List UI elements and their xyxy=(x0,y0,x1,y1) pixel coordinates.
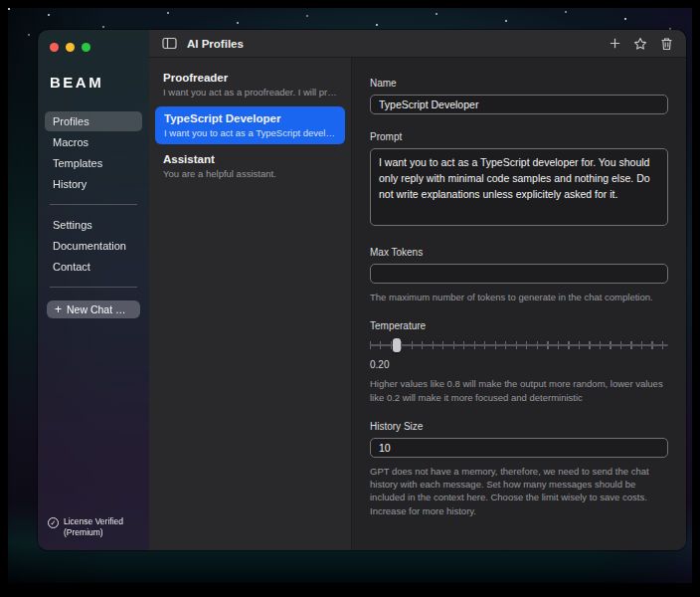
new-chat-window-label: New Chat Win... xyxy=(67,303,132,315)
history-size-help: GPT does not have a memory, therefore, w… xyxy=(370,465,668,517)
page-title: AI Profiles xyxy=(187,38,244,50)
plus-icon: + xyxy=(55,303,62,315)
temperature-slider[interactable] xyxy=(370,337,668,353)
traffic-lights xyxy=(38,30,149,52)
profile-preview: I want you act as a proofreader. I will … xyxy=(163,87,337,98)
sidebar-nav-primary: Profiles Macros Templates History xyxy=(38,110,149,195)
profile-name: Assistant xyxy=(163,153,337,165)
history-size-field[interactable] xyxy=(370,438,668,458)
profile-list: Proofreader I want you act as a proofrea… xyxy=(149,58,352,550)
temperature-help: Higher values like 0.8 will make the out… xyxy=(370,377,668,404)
main-area: AI Profiles xyxy=(149,30,686,550)
zoom-window-button[interactable] xyxy=(82,43,90,52)
titlebar: AI Profiles xyxy=(149,30,686,58)
slider-thumb[interactable] xyxy=(393,338,401,352)
trash-icon[interactable] xyxy=(658,36,674,52)
add-profile-button[interactable] xyxy=(607,36,622,52)
name-field[interactable] xyxy=(370,95,668,114)
max-tokens-label: Max Tokens xyxy=(370,247,668,258)
minimize-window-button[interactable] xyxy=(66,43,75,52)
name-label: Name xyxy=(370,78,668,89)
profile-name: TypeScript Developer xyxy=(164,112,336,124)
history-size-label: History Size xyxy=(370,421,668,432)
star-icon[interactable] xyxy=(632,36,648,52)
wallpaper-stars xyxy=(8,8,10,10)
sidebar-item-contact[interactable]: Contact xyxy=(45,257,142,277)
profile-name: Proofreader xyxy=(163,72,337,84)
content-area: Proofreader I want you act as a proofrea… xyxy=(149,58,686,550)
app-window: BEAM Profiles Macros Templates History S… xyxy=(38,30,686,550)
temperature-label: Temperature xyxy=(370,320,668,331)
sidebar-item-macros[interactable]: Macros xyxy=(45,132,142,152)
license-status: ✓ License Verified (Premium) xyxy=(38,506,149,550)
desktop-wallpaper: BEAM Profiles Macros Templates History S… xyxy=(8,8,692,583)
sidebar-toggle-icon[interactable] xyxy=(161,36,177,52)
sidebar-divider xyxy=(50,204,137,205)
list-item-typescript-developer[interactable]: TypeScript Developer I want you to act a… xyxy=(155,106,345,144)
max-tokens-group: Max Tokens The maximum number of tokens … xyxy=(370,247,668,303)
history-size-group: History Size GPT does not have a memory,… xyxy=(370,421,668,517)
sidebar-item-profiles[interactable]: Profiles xyxy=(45,111,142,131)
profile-preview: I want you to act as a TypeScript develo… xyxy=(164,127,336,138)
prompt-field[interactable]: I want you to act as a TypeScript develo… xyxy=(370,148,668,226)
sidebar: BEAM Profiles Macros Templates History S… xyxy=(38,30,149,550)
close-window-button[interactable] xyxy=(50,43,59,52)
temperature-value: 0.20 xyxy=(370,359,668,370)
sidebar-item-templates[interactable]: Templates xyxy=(45,153,142,173)
new-chat-window-button[interactable]: + New Chat Win... xyxy=(47,300,140,318)
slider-track xyxy=(370,344,668,346)
list-item-proofreader[interactable]: Proofreader I want you act as a proofrea… xyxy=(149,66,351,103)
profile-detail-form: Name Prompt I want you to act as a TypeS… xyxy=(352,58,686,550)
sidebar-item-settings[interactable]: Settings xyxy=(45,215,142,235)
license-text: License Verified (Premium) xyxy=(64,516,123,538)
sidebar-nav-secondary: Settings Documentation Contact xyxy=(38,214,149,278)
sidebar-item-history[interactable]: History xyxy=(45,174,142,194)
max-tokens-help: The maximum number of tokens to generate… xyxy=(370,291,668,303)
max-tokens-field[interactable] xyxy=(370,264,668,284)
app-logo: BEAM xyxy=(38,52,149,91)
sidebar-divider-2 xyxy=(50,287,137,288)
profile-preview: You are a helpful assistant. xyxy=(163,168,337,179)
sidebar-item-documentation[interactable]: Documentation xyxy=(45,236,142,256)
check-circle-icon: ✓ xyxy=(48,517,59,528)
temperature-group: Temperature 0.20 Higher values like 0.8 … xyxy=(370,320,668,404)
name-group: Name xyxy=(370,78,668,114)
list-item-assistant[interactable]: Assistant You are a helpful assistant. xyxy=(149,147,351,185)
prompt-group: Prompt I want you to act as a TypeScript… xyxy=(370,131,668,230)
prompt-label: Prompt xyxy=(370,131,668,142)
